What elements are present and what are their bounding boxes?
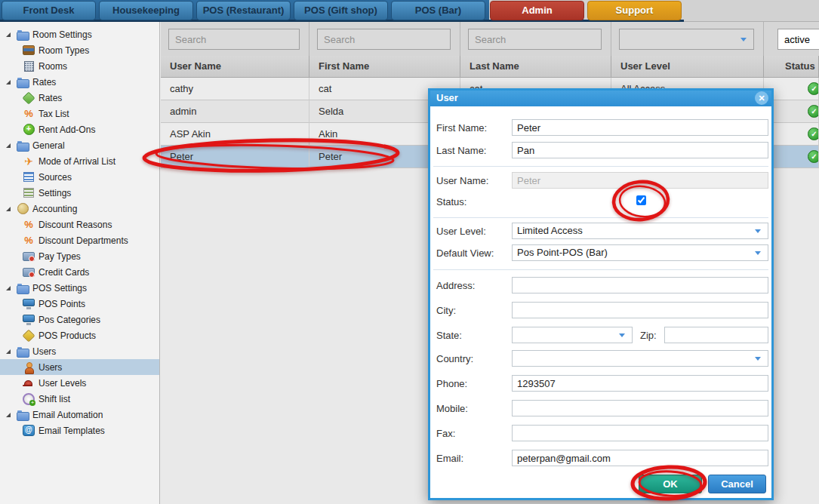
active-status-icon: ✓: [808, 150, 819, 163]
status-checkbox[interactable]: [636, 195, 646, 205]
sidebar-item-sources[interactable]: Sources: [0, 169, 159, 185]
dialog-title-bar[interactable]: User ✕: [430, 91, 771, 106]
sidebar-item-users-group[interactable]: Users: [0, 343, 159, 359]
sidebar-item-rooms[interactable]: Rooms: [0, 58, 159, 74]
country-dropdown[interactable]: [512, 350, 768, 367]
tree-expand-icon[interactable]: [6, 413, 11, 417]
last-name-label: Last Name:: [436, 145, 486, 156]
tree-expand-icon[interactable]: [6, 143, 11, 148]
state-dropdown[interactable]: [512, 327, 633, 343]
sidebar-item-room-settings[interactable]: Room Settings: [0, 26, 159, 42]
first-name-search-input[interactable]: [317, 29, 451, 50]
sidebar-item-pos-settings[interactable]: POS Settings: [0, 280, 159, 296]
zip-label: Zip:: [640, 330, 657, 341]
mobile-label: Mobile:: [436, 403, 468, 414]
sidebar-item-users[interactable]: Users: [0, 359, 159, 375]
divider: [433, 166, 768, 167]
sidebar-item-settings[interactable]: Settings: [0, 185, 159, 201]
state-label: State:: [436, 330, 462, 341]
sidebar-item-rates-group[interactable]: Rates: [0, 74, 159, 90]
tree-expand-icon[interactable]: [6, 349, 11, 354]
sidebar-item-rates[interactable]: Rates: [0, 90, 159, 106]
tab-support[interactable]: Support: [587, 1, 682, 20]
ok-button[interactable]: OK: [639, 475, 702, 493]
user-level-dropdown[interactable]: Limited Access: [512, 223, 768, 239]
close-icon[interactable]: ✕: [755, 91, 768, 105]
sidebar-item-credit-cards[interactable]: Credit Cards: [0, 264, 159, 280]
sidebar-item-pay-types[interactable]: Pay Types: [0, 248, 159, 264]
user-add-icon: [23, 361, 35, 373]
chevron-down-icon: [740, 38, 747, 41]
email-field[interactable]: [512, 450, 768, 466]
sidebar-item-email-templates[interactable]: Email Templates: [0, 423, 159, 438]
last-name-field[interactable]: [512, 142, 768, 158]
sidebar-item-rent-add-ons[interactable]: Rent Add-Ons: [0, 121, 159, 137]
percent-icon: [23, 219, 35, 231]
city-label: City:: [436, 305, 456, 316]
tab-front-desk[interactable]: Front Desk: [2, 1, 96, 20]
tab-housekeeping[interactable]: Housekeeping: [99, 1, 193, 20]
chevron-down-icon: [755, 251, 761, 255]
sidebar-item-pos-points[interactable]: POS Points: [0, 296, 159, 312]
zip-field[interactable]: [664, 327, 768, 343]
divider: [433, 217, 768, 218]
column-header-status[interactable]: Status: [764, 56, 819, 77]
folder-icon: [17, 409, 29, 421]
user-name-search-input[interactable]: [168, 29, 300, 50]
tag-icon: [23, 330, 35, 342]
sidebar-item-user-levels[interactable]: User Levels: [0, 375, 159, 391]
sidebar-item-pos-categories[interactable]: Pos Categories: [0, 312, 159, 327]
divider: [433, 269, 768, 270]
tree-expand-icon[interactable]: [6, 32, 11, 37]
rooms-icon: [23, 60, 35, 72]
folder-icon: [17, 140, 29, 152]
column-header-user-name[interactable]: User Name: [161, 56, 309, 77]
sidebar-item-discount-departments[interactable]: Discount Departments: [0, 232, 159, 248]
plane-icon: [23, 155, 35, 167]
sidebar-item-general[interactable]: General: [0, 137, 159, 153]
default-view-label: Default View:: [436, 247, 494, 259]
last-name-search-input[interactable]: [468, 29, 602, 50]
tab-pos-gift-shop[interactable]: POS (Gift shop): [294, 1, 388, 20]
tab-pos-bar[interactable]: POS (Bar): [391, 1, 485, 20]
tree-expand-icon[interactable]: [6, 286, 11, 290]
mobile-field[interactable]: [512, 400, 768, 416]
column-header-first-name[interactable]: First Name: [309, 56, 460, 77]
fax-field[interactable]: [512, 425, 768, 441]
active-status-icon: ✓: [808, 82, 819, 95]
first-name-field[interactable]: [512, 119, 768, 136]
tab-admin[interactable]: Admin: [490, 1, 584, 20]
sidebar-item-email-automation[interactable]: Email Automation: [0, 407, 159, 423]
phone-label: Phone:: [436, 378, 467, 389]
monitor-icon: [23, 314, 35, 326]
chevron-down-icon: [619, 333, 625, 337]
tree-expand-icon[interactable]: [6, 80, 11, 85]
sidebar-item-shift-list[interactable]: Shift list: [0, 391, 159, 407]
clock-icon: [23, 393, 35, 405]
sidebar-item-mode-of-arrival-list[interactable]: Mode of Arrival List: [0, 153, 159, 169]
user-level-filter-dropdown[interactable]: [619, 29, 754, 50]
country-label: Country:: [436, 353, 473, 364]
sidebar-item-accounting[interactable]: Accounting: [0, 201, 159, 217]
at-icon: [23, 425, 35, 437]
hat-icon: [23, 377, 35, 389]
room-types-icon: [23, 45, 35, 57]
cancel-button[interactable]: Cancel: [708, 475, 766, 493]
column-header-user-level[interactable]: User Level: [611, 56, 764, 77]
sidebar-item-pos-products[interactable]: POS Products: [0, 327, 159, 343]
tree-expand-icon[interactable]: [6, 207, 11, 211]
address-field[interactable]: [512, 277, 768, 293]
sidebar-item-discount-reasons[interactable]: Discount Reasons: [0, 217, 159, 232]
folder-icon: [17, 282, 29, 294]
sidebar-item-tax-list[interactable]: Tax List: [0, 106, 159, 121]
chevron-down-icon: [755, 229, 761, 233]
default-view-dropdown[interactable]: Pos Point-POS (Bar): [512, 244, 768, 261]
status-filter-input[interactable]: [777, 29, 819, 50]
city-field[interactable]: [512, 302, 768, 318]
sidebar-item-room-types[interactable]: Room Types: [0, 42, 159, 58]
folder-icon: [17, 76, 29, 88]
tab-pos-restaurant[interactable]: POS (Restaurant): [196, 1, 291, 20]
column-header-last-name[interactable]: Last Name: [460, 56, 611, 77]
phone-field[interactable]: [512, 375, 768, 392]
fax-label: Fax:: [436, 428, 455, 439]
